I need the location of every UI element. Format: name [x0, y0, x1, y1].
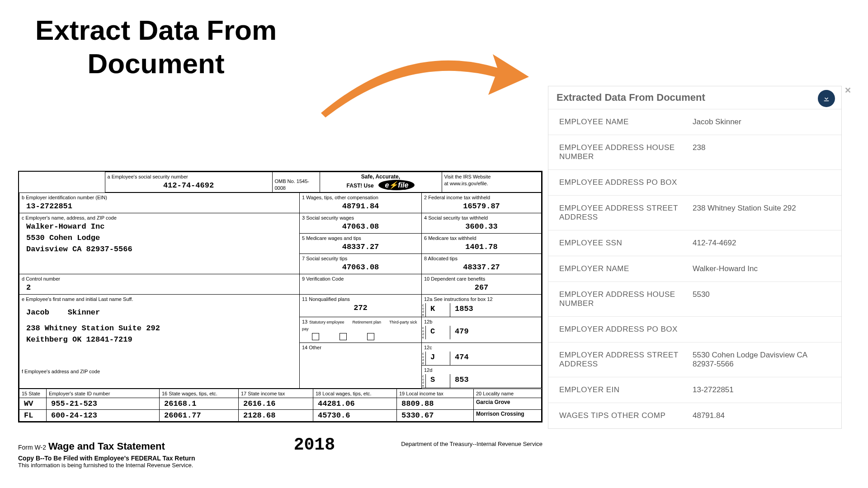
- box6-value: 1401.78: [424, 241, 539, 253]
- extracted-label: WAGES TIPS OTHER COMP: [559, 411, 693, 420]
- control-number: 2: [22, 282, 297, 293]
- box4-value: 3600.33: [424, 221, 539, 232]
- box-e-label: e Employee's first name and initial Last…: [22, 296, 133, 302]
- r1-localtax: 8809.88: [397, 398, 474, 409]
- ein-value: 13-2722851: [22, 201, 297, 212]
- extracted-panel: Extracted Data From Document ✕ EMPLOYEE …: [548, 86, 842, 429]
- box8-value: 48337.27: [424, 262, 539, 273]
- box12b-code: C: [425, 326, 450, 339]
- r2-state: FL: [19, 409, 47, 421]
- box7-value: 47063.08: [302, 262, 419, 273]
- col16-label: 16 State wages, tips, etc.: [162, 391, 217, 396]
- retirement-checkbox[interactable]: [340, 333, 347, 340]
- visit-url: at www.irs.gov/efile.: [444, 181, 488, 186]
- box12a-label: 12a See instructions for box 12: [424, 296, 493, 302]
- download-button[interactable]: [818, 90, 835, 107]
- download-icon: [822, 94, 830, 103]
- box-a-label: a Employee's social security number: [108, 174, 188, 179]
- box10-label: 10 Dependent care benefits: [424, 276, 485, 282]
- extracted-label: EMPLOYER NAME: [559, 264, 693, 273]
- box12c-value: 474: [450, 352, 473, 365]
- box-d-label: d Control number: [22, 276, 60, 282]
- title-line2: Document: [87, 48, 224, 79]
- furnish-text: This information is being furnished to t…: [18, 462, 542, 469]
- safe-text: Safe, Accurate,: [361, 174, 400, 180]
- copyb-text: Copy B--To Be Filed with Employee's FEDE…: [18, 455, 542, 462]
- extracted-value: 5530: [693, 290, 830, 308]
- box11-value: 272: [302, 302, 419, 314]
- col20-label: 20 Locality name: [476, 391, 514, 396]
- fast-text: FAST! Use: [347, 183, 374, 189]
- col15b-label: Employer's state ID number: [49, 391, 110, 396]
- statutory-checkbox[interactable]: [312, 333, 319, 340]
- box12b-value: 479: [450, 326, 473, 339]
- extracted-row: EMPLOYEE ADDRESS HOUSE NUMBER238: [548, 135, 841, 169]
- box12c-code: J: [425, 352, 450, 365]
- col17-label: 17 State income tax: [241, 391, 285, 396]
- box3-label: 3 Social security wages: [302, 215, 354, 221]
- extracted-row: WAGES TIPS OTHER COMP48791.84: [548, 403, 841, 428]
- extracted-value: Walker-Howard Inc: [693, 264, 830, 273]
- r2-id: 600-24-123: [47, 409, 160, 421]
- box-b-label: b Employer identification number (EIN): [22, 195, 107, 200]
- r1-tax: 2616.16: [239, 398, 313, 409]
- extracted-value: 13-2722851: [693, 385, 830, 394]
- box7-label: 7 Social security tips: [302, 256, 347, 261]
- box14-label: 14 Other: [302, 345, 321, 350]
- extracted-row: EMPLOYER ADDRESS PO BOX: [548, 316, 841, 342]
- extracted-row: EMPLOYEE ADDRESS PO BOX: [548, 169, 841, 195]
- arrow-icon: [316, 32, 533, 122]
- form-name: Wage and Tax Statement: [48, 441, 165, 452]
- box11-label: 11 Nonqualified plans: [302, 296, 350, 302]
- col15-label: 15 State: [22, 391, 40, 396]
- extracted-row: EMPLOYER EIN13-2722851: [548, 377, 841, 403]
- employee-addr2: Keithberg OK 12841-7219: [22, 334, 297, 345]
- employer-addr1: 5530 Cohen Lodge: [22, 232, 297, 244]
- extracted-label: EMPLOYEE ADDRESS PO BOX: [559, 178, 693, 187]
- extracted-value: 238 Whitney Station Suite 292: [693, 204, 830, 222]
- r1-locality: Garcia Grove: [474, 398, 542, 409]
- tax-year: 2018: [294, 435, 335, 455]
- r2-localwages: 45730.6: [313, 409, 397, 421]
- employee-addr1: 238 Whitney Station Suite 292: [22, 323, 297, 334]
- box-c-label: c Employer's name, address, and ZIP code: [22, 215, 117, 221]
- box4-label: 4 Social security tax withheld: [424, 215, 488, 221]
- r2-localtax: 5330.67: [397, 409, 474, 421]
- employee-last: Skinner: [68, 308, 100, 317]
- r2-wages: 26061.77: [160, 409, 239, 421]
- extracted-row: EMPLOYER ADDRESS STREET ADDRESS5530 Cohe…: [548, 342, 841, 377]
- box12a-code: K: [425, 303, 450, 317]
- visit-text: Visit the IRS Website: [444, 174, 491, 179]
- col18-label: 18 Local wages, tips, etc.: [316, 391, 372, 396]
- box12d-label: 12d: [424, 367, 432, 373]
- extracted-value: 412-74-4692: [693, 239, 830, 248]
- omb-label: OMB No. 1545-0008: [275, 178, 309, 191]
- extracted-label: EMPLOYER ADDRESS STREET ADDRESS: [559, 351, 693, 369]
- box5-value: 48337.27: [302, 241, 419, 253]
- thirdparty-checkbox[interactable]: [367, 333, 374, 340]
- box1-value: 48791.84: [302, 201, 419, 212]
- box12d-value: 853: [450, 374, 473, 388]
- col19-label: 19 Local income tax: [399, 391, 443, 396]
- extracted-value: [693, 325, 830, 334]
- box12c-label: 12c: [424, 345, 432, 350]
- r2-tax: 2128.68: [239, 409, 313, 421]
- extracted-label: EMPLOYER ADDRESS PO BOX: [559, 325, 693, 334]
- close-icon[interactable]: ✕: [844, 85, 851, 95]
- box12a-value: 1853: [450, 303, 478, 317]
- extracted-row: EMPLOYEE ADDRESS STREET ADDRESS238 Whitn…: [548, 195, 841, 230]
- w2-footer: Form W-2 Wage and Tax Statement 2018 Dep…: [18, 435, 542, 469]
- box13a-label: Statutory employee: [309, 320, 344, 324]
- r1-wages: 26168.1: [160, 398, 239, 409]
- extracted-label: EMPLOYEE ADDRESS STREET ADDRESS: [559, 204, 693, 222]
- box8-label: 8 Allocated tips: [424, 256, 458, 261]
- box6-label: 6 Medicare tax withheld: [424, 235, 476, 241]
- state-row-1: WV 955-21-523 26168.1 2616.16 44281.06 8…: [19, 398, 542, 409]
- extracted-row: EMPLOYER ADDRESS HOUSE NUMBER5530: [548, 282, 841, 316]
- page-title: Extract Data From Document: [9, 14, 303, 81]
- extracted-label: EMPLOYEE ADDRESS HOUSE NUMBER: [559, 143, 693, 161]
- form-label: Form W-2: [18, 444, 46, 451]
- box12d-code: S: [425, 374, 450, 388]
- box9-label: 9 Verification Code: [302, 276, 344, 282]
- box2-value: 16579.87: [424, 201, 539, 212]
